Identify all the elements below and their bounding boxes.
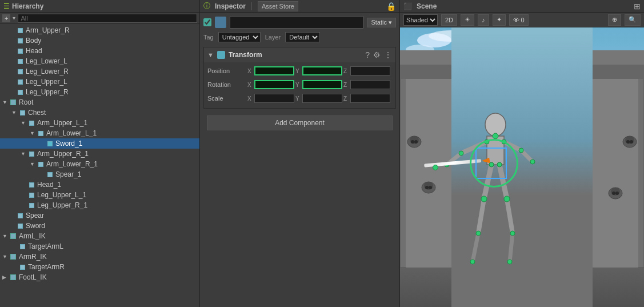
position-z-input[interactable]: 0 — [350, 66, 390, 75]
scale-row: Scale X 1 Y 1 Z 1 — [207, 92, 392, 105]
svg-rect-15 — [587, 50, 644, 65]
list-item[interactable]: Head — [0, 46, 199, 56]
scale-y-input[interactable]: 1 — [302, 94, 342, 103]
hierarchy-add-button[interactable]: + — [2, 14, 10, 22]
scene-icon: ⬛ — [403, 2, 412, 10]
rotation-x-input[interactable]: 0 — [254, 80, 294, 89]
tag-label: Tag — [203, 34, 214, 41]
transform-settings-icon[interactable]: ⚙ — [373, 50, 381, 59]
list-item[interactable]: ▼ Arm_Lower_R_1 — [0, 159, 199, 169]
object-icon — [9, 253, 17, 261]
arrow-icon: ▼ — [2, 99, 9, 105]
scene-viewport[interactable] — [400, 27, 644, 307]
search-scene-button[interactable]: 🔍 — [625, 14, 641, 26]
divider — [251, 2, 252, 10]
list-item[interactable]: Leg_Lower_L — [0, 56, 199, 66]
shaded-select[interactable]: Shaded — [403, 14, 438, 26]
list-item[interactable]: ▼ Chest — [0, 107, 199, 118]
arrow-icon: ▼ — [30, 161, 37, 167]
scale-x-input[interactable]: 1 — [254, 94, 294, 103]
transform-help-icon[interactable]: ? — [365, 50, 370, 59]
list-item-sword-1[interactable]: Sword_1 — [0, 138, 199, 149]
inspector-lock-icon[interactable]: 🔒 — [386, 2, 396, 11]
object-name-input[interactable]: Sword_1 — [230, 16, 363, 29]
hidden-button[interactable]: 👁 0 — [509, 14, 529, 26]
arrow-icon: ▼ — [2, 254, 9, 260]
audio-button[interactable]: ♪ — [478, 14, 489, 26]
list-item[interactable]: ▼ Arm_Lower_L_1 — [0, 128, 199, 138]
list-item[interactable]: TargetArmR — [0, 262, 199, 272]
svg-point-50 — [507, 260, 512, 264]
rotation-y-field: Y 0 — [295, 80, 342, 89]
gizmos-button[interactable]: ⊕ — [608, 14, 621, 26]
transform-expand-arrow[interactable]: ▼ — [207, 51, 214, 58]
list-item[interactable]: Sword — [0, 221, 199, 231]
object-icon — [16, 78, 24, 86]
list-item[interactable]: ▼ ArmR_IK — [0, 252, 199, 262]
transform-title: Transform — [229, 51, 262, 59]
object-icon — [9, 98, 17, 106]
lighting-button[interactable]: ☀ — [461, 14, 474, 26]
list-item[interactable]: ▼ ArmL_IK — [0, 231, 199, 241]
asset-store-button[interactable]: Asset Store — [258, 1, 298, 11]
object-icon — [16, 212, 24, 220]
scene-panel: ⬛ Scene ⊞ Shaded 2D ☀ ♪ ✦ 👁 0 ⊕ 🔍 — [400, 0, 644, 307]
object-icon — [27, 150, 35, 158]
object-icon — [16, 37, 24, 45]
transform-menu-icon[interactable]: ⋮ — [384, 50, 392, 59]
list-item[interactable]: Leg_Upper_R — [0, 87, 199, 97]
svg-point-37 — [485, 139, 489, 144]
list-item[interactable]: Spear — [0, 210, 199, 221]
hierarchy-header: ☰ Hierarchy — [0, 0, 199, 13]
svg-point-19 — [630, 140, 633, 143]
2d-button[interactable]: 2D — [441, 14, 457, 26]
search-input[interactable] — [18, 14, 197, 23]
layer-select[interactable]: Default — [285, 32, 320, 42]
y-label: Y — [295, 95, 301, 102]
svg-point-25 — [485, 113, 506, 136]
position-x-input[interactable]: 0.74 — [254, 66, 294, 75]
rotation-row: Rotation X 0 Y 0 Z 79.527 — [207, 78, 392, 91]
object-icon — [37, 129, 45, 137]
list-item[interactable]: TargetArmL — [0, 241, 199, 252]
scale-z-input[interactable]: 1 — [350, 94, 390, 103]
list-item[interactable]: Arm_Upper_R — [0, 25, 199, 35]
object-icon — [27, 119, 35, 127]
list-item[interactable]: ▶ FootL_IK — [0, 272, 199, 282]
object-icon-sm — [215, 17, 226, 28]
static-button[interactable]: Static ▾ — [367, 18, 396, 27]
hierarchy-panel: ☰ Hierarchy + ▾ Arm_Upper_R Body Head — [0, 0, 200, 307]
position-y-input[interactable]: -0.02 — [302, 66, 342, 75]
list-item[interactable]: ▼ Arm_Upper_R_1 — [0, 149, 199, 159]
svg-point-45 — [481, 196, 487, 202]
list-item[interactable]: Leg_Upper_R_1 — [0, 200, 199, 210]
effects-button[interactable]: ✦ — [493, 14, 506, 26]
svg-line-32 — [473, 233, 478, 262]
object-icon — [27, 191, 35, 199]
list-item[interactable]: ▼ Arm_Upper_L_1 — [0, 118, 199, 128]
rotation-z-input[interactable]: 79.527 — [350, 80, 390, 89]
list-item[interactable]: Leg_Upper_L — [0, 77, 199, 87]
arrow-icon: ▶ — [2, 274, 9, 280]
object-active-checkbox[interactable] — [203, 18, 211, 26]
x-label: X — [247, 68, 253, 74]
object-icon — [27, 181, 35, 189]
scene-maximize-icon[interactable]: ⊞ — [634, 2, 641, 11]
object-icon — [46, 170, 54, 178]
tag-select[interactable]: Untagged — [218, 32, 261, 42]
list-item[interactable]: Spear_1 — [0, 169, 199, 180]
list-item[interactable]: Leg_Upper_L_1 — [0, 190, 199, 200]
rotation-y-input[interactable]: 0 — [302, 80, 342, 89]
list-item[interactable]: Head_1 — [0, 180, 199, 190]
transform-icon — [217, 51, 225, 59]
list-item[interactable]: Leg_Lower_R — [0, 66, 199, 77]
rotation-z-field: Z 79.527 — [343, 80, 390, 89]
object-icon — [18, 109, 26, 117]
list-item[interactable]: Body — [0, 35, 199, 46]
inspector-title: Inspector — [215, 2, 246, 10]
position-xyz: X 0.74 Y -0.02 Z 0 — [247, 66, 392, 75]
list-item[interactable]: ▼ Root — [0, 97, 199, 107]
svg-point-7 — [414, 140, 418, 143]
svg-point-23 — [615, 192, 619, 195]
add-component-button[interactable]: Add Component — [207, 115, 393, 130]
